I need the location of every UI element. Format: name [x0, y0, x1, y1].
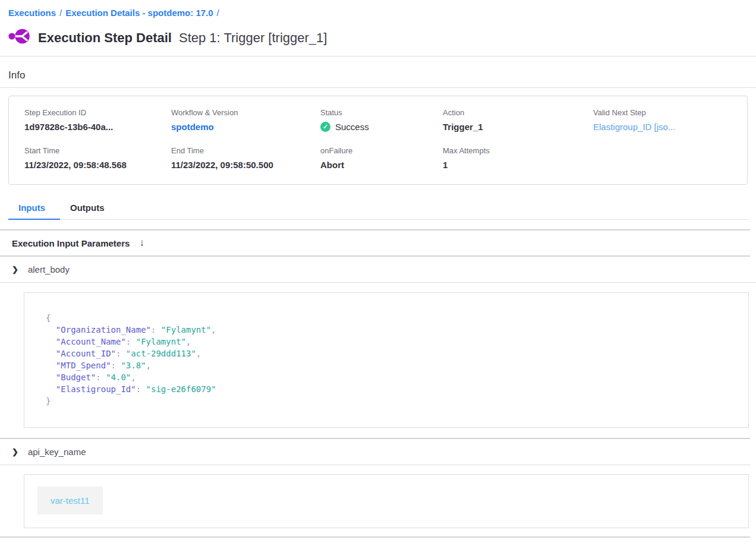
info-divider — [0, 87, 756, 88]
page-header: Execution Step DetailStep 1: Trigger [tr… — [8, 25, 748, 47]
json-line: "Budget": "4.0", — [46, 371, 748, 383]
info-field: Valid Next StepElastigroup_ID [jso... — [593, 108, 741, 132]
alert-body-json-viewer: {"Organization_Name": "Fylamynt","Accoun… — [24, 292, 749, 428]
info-field-value: 1d97828c-13b6-40a... — [24, 122, 171, 132]
info-field-value: 11/23/2022, 09:58:50.500 — [171, 160, 320, 170]
info-field-label: onFailure — [320, 146, 443, 155]
success-check-icon: ✓ — [320, 122, 330, 132]
info-field-value: 11/23/2022, 09:58:48.568 — [24, 160, 171, 170]
info-field: Step Execution ID1d97828c-13b6-40a... — [24, 108, 171, 132]
param-row-api-key-value[interactable]: ❯ api_key_value — [0, 536, 750, 546]
page-title-main: Execution Step Detail — [38, 30, 172, 45]
param-row-alert-body[interactable]: ❯ alert_body — [0, 257, 756, 283]
chevron-right-icon: ❯ — [12, 447, 18, 456]
info-heading: Info — [8, 70, 748, 81]
info-field-value: Abort — [320, 160, 443, 170]
tab-inputs[interactable]: Inputs — [8, 200, 60, 220]
info-field-label: Max Attempts — [443, 146, 593, 155]
info-field-value[interactable]: spotdemo — [171, 122, 320, 132]
info-field: Status✓Success — [320, 108, 443, 132]
title-divider — [0, 56, 756, 56]
info-field: Max Attempts1 — [443, 146, 593, 170]
info-field: Workflow & Versionspotdemo — [171, 108, 320, 132]
info-field-label: Start Time — [24, 146, 171, 155]
json-line: } — [46, 395, 748, 407]
breadcrumb-link-0[interactable]: Executions — [8, 8, 56, 18]
params-heading: Execution Input Parameters — [12, 238, 130, 248]
info-field-value: Trigger_1 — [443, 122, 593, 132]
tab-bar: InputsOutputs — [8, 200, 750, 220]
param-row-api-key-name[interactable]: ❯ api_key_name — [0, 438, 750, 465]
json-line: "Elastigroup_Id": "sig-e26f6079" — [46, 383, 748, 395]
params-header: Execution Input Parameters ↓ — [0, 229, 750, 257]
info-field: onFailureAbort — [320, 146, 443, 170]
info-field-label: Workflow & Version — [171, 108, 320, 117]
info-field: End Time11/23/2022, 09:58:50.500 — [171, 146, 320, 170]
json-line: "MTD_Spend": "3.8", — [46, 359, 748, 371]
execution-step-detail-page: Executions/Execution Details - spotdemo:… — [0, 0, 756, 546]
collapse-all-arrow-icon[interactable]: ↓ — [139, 237, 144, 249]
info-field-label: Step Execution ID — [24, 108, 171, 117]
json-line: "Account_ID": "act-29ddd113", — [46, 348, 748, 359]
breadcrumb-separator: / — [217, 8, 219, 18]
json-line: "Organization_Name": "Fylamynt", — [46, 324, 748, 336]
info-card: Step Execution ID1d97828c-13b6-40a...Wor… — [8, 96, 748, 185]
param-name: alert_body — [28, 264, 70, 274]
page-title: Execution Step DetailStep 1: Trigger [tr… — [38, 25, 327, 47]
page-title-step: Step 1: Trigger [trigger_1] — [179, 30, 327, 45]
breadcrumb-separator: / — [59, 8, 62, 18]
info-field-value[interactable]: Elastigroup_ID [jso... — [593, 122, 741, 132]
info-field-label: Status — [320, 108, 443, 117]
api-key-name-value-box: var-test11 — [24, 474, 749, 528]
tab-outputs[interactable]: Outputs — [60, 200, 119, 220]
json-line: "Account_Name": "Fylamynt", — [46, 336, 748, 348]
fylamynt-logo-icon — [8, 27, 32, 46]
info-field-value: ✓Success — [320, 122, 443, 132]
info-field: ActionTrigger_1 — [443, 108, 593, 132]
param-name: api_key_name — [28, 447, 86, 457]
breadcrumb: Executions/Execution Details - spotdemo:… — [0, 0, 756, 18]
info-field-label: End Time — [171, 146, 320, 155]
chevron-right-icon: ❯ — [12, 265, 18, 274]
json-line: { — [46, 312, 748, 324]
breadcrumb-link-1[interactable]: Execution Details - spotdemo: 17.0 — [65, 8, 213, 18]
api-key-name-value: var-test11 — [37, 487, 103, 515]
info-field-label: Valid Next Step — [593, 108, 741, 117]
info-field-value: 1 — [443, 160, 593, 170]
info-field: Start Time11/23/2022, 09:58:48.568 — [24, 146, 171, 170]
info-field-label: Action — [443, 108, 593, 117]
